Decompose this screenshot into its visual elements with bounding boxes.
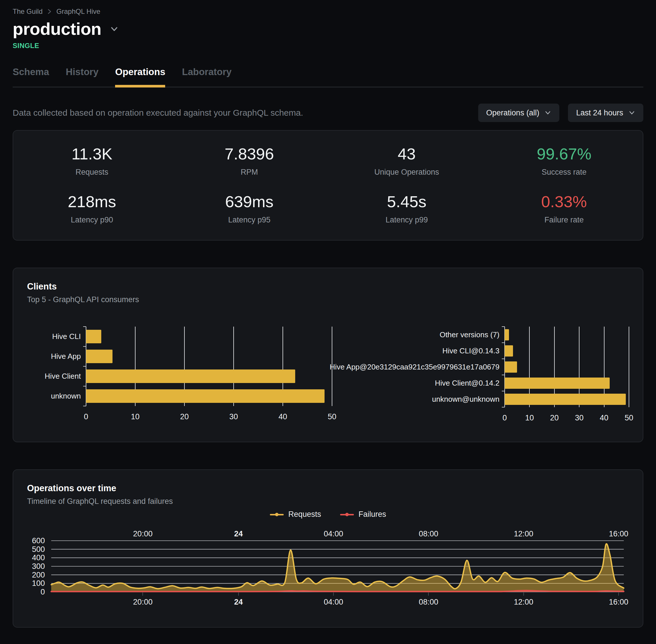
axis-tick-label: 50 <box>328 412 336 421</box>
category-tick <box>502 391 505 391</box>
bar <box>505 329 509 340</box>
requests-series-icon <box>270 511 284 518</box>
bar <box>86 369 295 383</box>
page-title: production <box>13 19 101 39</box>
bar-plot <box>86 327 332 406</box>
stat-label: Latency p95 <box>171 215 328 225</box>
bar <box>86 350 113 363</box>
category-label: Other versions (7) <box>336 327 505 343</box>
x-axis-label: 20:00 <box>133 598 153 606</box>
stat-label: Latency p90 <box>13 215 171 225</box>
bar <box>505 345 513 356</box>
legend-label: Requests <box>288 510 321 519</box>
axis-tick-label: 30 <box>575 414 584 422</box>
x-axis: 01020304050 <box>505 407 629 423</box>
category-label: Hive App@20e3129caa921c35e9979631e17a067… <box>336 359 505 375</box>
category-tick <box>502 375 505 375</box>
chevron-down-icon[interactable] <box>109 26 119 32</box>
stat-success-rate: 99.67% Success rate <box>485 144 643 177</box>
category-label: Hive CLI <box>27 327 86 346</box>
tab-schema[interactable]: Schema <box>13 67 49 87</box>
stat-value: 11.3K <box>13 144 171 163</box>
x-axis-label: 08:00 <box>419 529 439 538</box>
y-axis-label: 400 <box>32 553 45 562</box>
y-axis-label: 200 <box>32 570 45 579</box>
stat-value: 0.33% <box>485 192 643 211</box>
clients-charts-row: Hive CLIHive AppHive Clientunknown 01020… <box>27 327 629 423</box>
chevron-down-icon <box>544 110 551 115</box>
operations-timeline-chart: 20:002404:0008:0012:0016:00 010020030040… <box>27 527 629 608</box>
timeline-plot <box>51 541 624 592</box>
breadcrumb-project[interactable]: GraphQL Hive <box>56 7 100 16</box>
category-tick <box>83 326 86 327</box>
stat-latency-p95: 639ms Latency p95 <box>171 192 328 225</box>
period-filter-dropdown[interactable]: Last 24 hours <box>568 104 643 122</box>
y-axis: 0100200300400500600 <box>27 541 51 592</box>
operations-card-title: Operations over time <box>27 483 629 493</box>
category-label: unknown <box>27 386 86 406</box>
operations-card-subtitle: Timeline of GraphQL requests and failure… <box>27 497 629 506</box>
operations-card: Operations over time Timeline of GraphQL… <box>13 469 643 628</box>
stat-latency-p90: 218ms Latency p90 <box>13 192 171 225</box>
category-tick <box>502 407 505 408</box>
stat-unique-operations: 43 Unique Operations <box>328 144 485 177</box>
category-tick <box>83 406 86 406</box>
stat-latency-p99: 5.45s Latency p99 <box>328 192 485 225</box>
x-axis-label: 24 <box>234 598 243 606</box>
stat-label: Failure rate <box>485 215 643 225</box>
legend-label: Failures <box>358 510 386 519</box>
x-axis-label: 04:00 <box>324 529 343 538</box>
tabbar: Schema History Operations Laboratory <box>13 67 643 88</box>
stat-requests: 11.3K Requests <box>13 144 171 177</box>
bar-plot <box>505 327 629 407</box>
x-axis: 01020304050 <box>86 406 332 422</box>
clients-card: Clients Top 5 - GraphQL API consumers Hi… <box>13 268 643 442</box>
controls-row: Data collected based on operation execut… <box>13 104 643 122</box>
category-label: unknown@unknown <box>336 391 505 407</box>
breadcrumb-org[interactable]: The Guild <box>13 7 43 16</box>
stat-rpm: 7.8396 RPM <box>171 144 328 177</box>
legend-item-requests[interactable]: Requests <box>270 510 321 519</box>
axis-tick-label: 0 <box>502 414 507 422</box>
x-axis-top: 20:002404:0008:0012:0016:00 <box>51 527 624 541</box>
legend-item-failures[interactable]: Failures <box>340 510 386 519</box>
category-label: Hive Client <box>27 366 86 386</box>
requests-area <box>51 544 624 592</box>
x-axis-label: 04:00 <box>324 598 343 606</box>
period-filter-label: Last 24 hours <box>576 109 623 117</box>
bar <box>86 389 325 403</box>
clients-by-version-chart: Other versions (7)Hive CLI@0.14.3Hive Ap… <box>336 327 629 423</box>
x-axis-label: 08:00 <box>419 598 439 606</box>
stat-label: Unique Operations <box>328 168 485 177</box>
category-tick <box>83 386 86 387</box>
axis-tick-label: 20 <box>180 412 189 421</box>
axis-tick-label: 40 <box>279 412 287 421</box>
clients-by-name-chart: Hive CLIHive AppHive Clientunknown 01020… <box>27 327 332 422</box>
category-labels: Other versions (7)Hive CLI@0.14.3Hive Ap… <box>336 327 505 407</box>
bar <box>505 394 626 405</box>
bar <box>505 362 517 373</box>
stat-value: 639ms <box>171 192 328 211</box>
gridline <box>332 327 332 406</box>
category-tick <box>83 346 86 347</box>
tab-operations[interactable]: Operations <box>115 67 165 87</box>
x-axis-label: 20:00 <box>133 529 153 538</box>
stat-value: 7.8396 <box>171 144 328 163</box>
bar <box>86 330 101 343</box>
page-description: Data collected based on operation execut… <box>13 108 303 118</box>
tab-history[interactable]: History <box>66 67 99 87</box>
axis-tick-label: 40 <box>600 414 609 422</box>
chart-legend: Requests Failures <box>27 510 629 519</box>
chevron-right-icon <box>47 8 52 15</box>
x-axis-label: 16:00 <box>609 598 628 606</box>
category-tick <box>502 342 505 343</box>
tab-laboratory[interactable]: Laboratory <box>182 67 231 87</box>
stat-value: 43 <box>328 144 485 163</box>
chevron-down-icon <box>628 110 635 115</box>
stat-failure-rate: 0.33% Failure rate <box>485 192 643 225</box>
stat-label: Success rate <box>485 168 643 177</box>
x-axis-label: 24 <box>234 529 243 538</box>
stat-value: 5.45s <box>328 192 485 211</box>
y-axis-label: 300 <box>32 562 45 571</box>
operations-filter-dropdown[interactable]: Operations (all) <box>478 104 560 122</box>
